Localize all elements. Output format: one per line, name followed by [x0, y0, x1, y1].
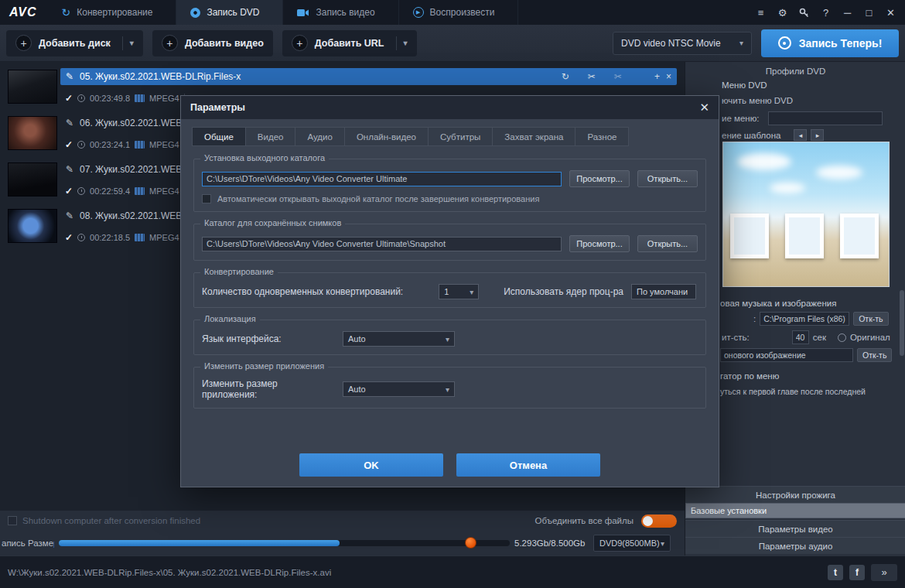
tab-misc[interactable]: Разное	[575, 127, 629, 146]
enable-menu-checkbox[interactable]: ючить меню DVD	[722, 96, 793, 105]
refresh-icon[interactable]: ↻	[562, 71, 569, 82]
expand-button[interactable]: »	[871, 564, 897, 581]
template-prev-button[interactable]: ◂	[794, 129, 807, 141]
add-video-button[interactable]: + Добавить видео	[152, 30, 273, 56]
capacity-marker[interactable]	[465, 537, 476, 549]
bg-image-input[interactable]	[720, 348, 853, 362]
shutdown-checkbox-row[interactable]: Shutdown computer after conversion finis…	[8, 516, 200, 525]
panel-scrollbar[interactable]	[900, 290, 904, 356]
film-icon	[135, 234, 145, 241]
video-format: MPEG4	[149, 233, 179, 242]
concurrent-count-select[interactable]: 1 ▾	[439, 284, 479, 299]
disc-size-row: апись Размер 5.293Gb/8.500Gb DVD9(8500MB…	[0, 531, 685, 556]
loop-checkbox[interactable]: уться к первой главе после последней	[720, 387, 866, 396]
titlebar: AVC ↻ Конвертирование Запись DVD Запись …	[0, 0, 905, 25]
chevron-down-icon[interactable]: ▾	[404, 39, 408, 47]
edit-icon[interactable]: ✎	[66, 72, 73, 81]
menu-name-input[interactable]	[768, 111, 883, 125]
merge-toggle[interactable]	[641, 514, 677, 528]
film-icon	[135, 94, 145, 102]
basic-settings-button[interactable]: Базовые установки	[685, 503, 905, 518]
feedback-icon[interactable]: ≡	[751, 4, 770, 21]
close-icon[interactable]: ✕	[881, 4, 900, 21]
tab-video[interactable]: Видео	[246, 127, 296, 146]
video-title-row[interactable]: ✎ 05. Жуки.s02.2021.WEB-DLRip.Files-x ↻ …	[60, 68, 677, 85]
tab-general[interactable]: Общие	[192, 127, 246, 146]
disc-usage-bar[interactable]	[59, 540, 510, 546]
trim-icon[interactable]: ✂	[588, 71, 596, 82]
video-params-button[interactable]: Параметры видео	[685, 520, 905, 537]
tab-play[interactable]: ▶ Воспроизвести	[399, 0, 519, 25]
add-url-button[interactable]: + Добавить URL ▾	[282, 30, 417, 56]
edit-icon[interactable]: ✎	[66, 165, 73, 174]
tab-record-video[interactable]: Запись видео	[283, 0, 398, 25]
minimize-icon[interactable]: ─	[838, 4, 857, 21]
tab-burn-dvd[interactable]: Запись DVD	[176, 0, 283, 25]
snapshot-dir-input[interactable]	[202, 237, 562, 251]
size-value: 5.293Gb/8.500Gb	[514, 538, 589, 548]
menu-name-row: ие меню:	[722, 111, 883, 125]
music-path-input[interactable]	[760, 312, 849, 326]
tab-screen-capture[interactable]: Захват экрана	[493, 127, 575, 146]
dvd-disc-icon	[190, 8, 200, 18]
check-icon[interactable]: ✓	[65, 186, 73, 197]
auto-open-checkbox[interactable]	[202, 194, 211, 203]
conversion-legend: Конвертирование	[200, 267, 278, 276]
tab-subtitles[interactable]: Субтитры	[429, 127, 493, 146]
dvd-menu-preview[interactable]	[722, 142, 890, 287]
tab-record-video-label: Запись видео	[316, 7, 374, 18]
output-open-button[interactable]: Открыть...	[637, 170, 698, 187]
size-label: апись Размер	[2, 538, 54, 548]
burn-settings-button[interactable]: Настройки прожига	[685, 486, 905, 503]
remove-item-icon[interactable]: ×	[666, 71, 671, 82]
shutdown-checkbox[interactable]	[8, 516, 17, 525]
disc-type-dropdown[interactable]: DVD9(8500MB) ▾	[593, 535, 671, 552]
resize-select[interactable]: Auto ▾	[343, 381, 455, 397]
check-icon[interactable]: ✓	[65, 93, 73, 104]
tab-online-video[interactable]: Онлайн-видео	[345, 127, 429, 146]
add-chapter-icon[interactable]: +	[654, 71, 660, 82]
tab-audio[interactable]: Аудио	[295, 127, 344, 146]
check-icon[interactable]: ✓	[65, 232, 73, 243]
burn-now-button[interactable]: Запись Теперь!	[761, 29, 899, 57]
chevron-down-icon: ▾	[739, 39, 743, 47]
menu-frame	[730, 214, 769, 258]
cpu-cores-select[interactable]: По умолчани	[631, 284, 696, 299]
dialog-close-icon[interactable]: ✕	[699, 101, 709, 115]
tab-convert[interactable]: ↻ Конвертирование	[48, 0, 177, 25]
language-select[interactable]: Auto ▾	[343, 331, 455, 347]
snapshot-browse-button[interactable]: Просмотр...	[569, 235, 630, 252]
add-disc-icon: +	[15, 35, 32, 51]
template-next-button[interactable]: ▸	[811, 129, 824, 141]
ok-button[interactable]: OK	[299, 453, 443, 477]
help-icon[interactable]: ?	[816, 4, 835, 21]
chevron-down-icon: ▾	[446, 335, 449, 344]
crop-icon[interactable]: ✂	[614, 71, 622, 82]
film-icon	[135, 187, 145, 195]
add-disc-button[interactable]: + Добавить диск ▾	[6, 30, 143, 56]
edit-icon[interactable]: ✎	[66, 118, 73, 128]
audio-params-button[interactable]: Параметры аудио	[685, 537, 905, 554]
bg-open-button[interactable]: Отк-ть	[857, 348, 892, 362]
resize-label: Изменить размер приложения:	[202, 378, 335, 400]
chevron-down-icon[interactable]: ▾	[130, 39, 134, 47]
video-format: MPEG4	[149, 186, 179, 196]
output-browse-button[interactable]: Просмотр...	[569, 170, 630, 187]
cancel-button[interactable]: Отмена	[456, 453, 600, 477]
output-profile-dropdown[interactable]: DVD video NTSC Movie ▾	[613, 32, 752, 55]
tab-play-label: Воспроизвести	[430, 7, 495, 18]
gear-icon[interactable]: ⚙	[773, 4, 792, 21]
twitter-icon[interactable]: t	[828, 565, 843, 580]
dialog-body: Установка выходного каталога Просмотр...…	[181, 146, 719, 477]
original-radio[interactable]	[838, 333, 846, 342]
edit-icon[interactable]: ✎	[66, 211, 73, 220]
duration-input[interactable]	[792, 330, 809, 344]
snapshot-open-button[interactable]: Открыть...	[637, 235, 698, 252]
facebook-icon[interactable]: f	[849, 565, 865, 580]
check-icon[interactable]: ✓	[65, 139, 73, 150]
music-open-button[interactable]: Отк-ть	[853, 312, 888, 326]
key-icon[interactable]	[794, 4, 814, 21]
output-dir-input[interactable]	[202, 172, 562, 186]
maximize-icon[interactable]: □	[859, 4, 879, 21]
convert-icon: ↻	[62, 7, 71, 18]
